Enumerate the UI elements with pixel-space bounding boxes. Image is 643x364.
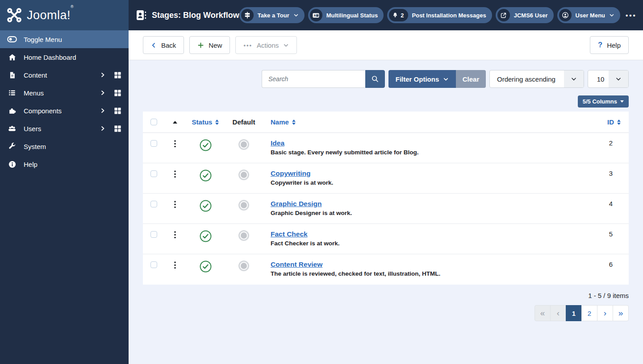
clear-button[interactable]: Clear [456, 70, 486, 88]
status-published-icon[interactable] [200, 261, 212, 273]
status-column-header[interactable]: Status [186, 118, 225, 126]
table-row: Fact Check Fact Checker is at work. 5 [143, 224, 629, 254]
row-checkbox[interactable] [150, 201, 157, 207]
grid-dashboard-icon[interactable] [114, 125, 121, 132]
stage-name-link[interactable]: Content Review [271, 260, 322, 269]
chevron-right-icon [100, 90, 105, 96]
actions-dots-icon: ••• [243, 42, 252, 49]
stage-description: Graphic Designer is at work. [271, 210, 584, 217]
status-published-icon[interactable] [200, 139, 212, 151]
post-installation-messages-button[interactable]: 2 Post Installation Messages [387, 7, 492, 23]
stage-name-link[interactable]: Fact Check [271, 230, 308, 238]
pagination-next-button[interactable]: › [597, 305, 613, 321]
search-icon [371, 75, 379, 83]
items-per-page-select[interactable]: 10 [588, 70, 629, 88]
pagination-last-button[interactable]: » [613, 305, 629, 321]
sidebar-item-system[interactable]: System [0, 137, 129, 155]
table-row: Idea Basic stage. Every newly submitted … [143, 133, 629, 163]
default-radio[interactable] [238, 230, 249, 241]
pagination: « ‹ 1 2 › » [143, 305, 629, 321]
new-button[interactable]: New [189, 36, 230, 54]
search-button[interactable] [365, 70, 385, 88]
pagination-page-2[interactable]: 2 [581, 305, 597, 321]
info-icon [7, 160, 17, 169]
columns-toggle-button[interactable]: 5/5 Columns [578, 95, 629, 108]
default-radio[interactable] [238, 200, 249, 211]
drag-handle-icon[interactable] [171, 139, 179, 150]
pagination-page-1[interactable]: 1 [566, 305, 582, 321]
stage-description: Copywriter is at work. [271, 179, 584, 186]
search-group [262, 70, 385, 88]
default-radio[interactable] [238, 170, 249, 180]
default-column-header: Default [225, 118, 263, 126]
row-checkbox[interactable] [150, 170, 157, 177]
status-published-icon[interactable] [200, 170, 212, 182]
actions-button[interactable]: ••• Actions [235, 36, 297, 54]
row-checkbox[interactable] [150, 231, 157, 238]
chevron-down-icon [293, 12, 299, 18]
grid-dashboard-icon[interactable] [114, 89, 121, 97]
status-published-icon[interactable] [200, 230, 212, 242]
users-icon [7, 124, 17, 133]
sidebar-item-content[interactable]: Content [0, 66, 129, 84]
sidebar-item-components[interactable]: Components [0, 102, 129, 120]
name-column-header[interactable]: Name [263, 118, 584, 126]
default-radio[interactable] [238, 261, 249, 271]
chevron-left-icon [151, 42, 157, 49]
select-all-checkbox[interactable] [150, 119, 157, 125]
toggle-menu-button[interactable]: Toggle Menu [0, 30, 129, 48]
drag-handle-icon[interactable] [171, 261, 179, 272]
user-menu-button[interactable]: User Menu [557, 7, 620, 23]
status-published-icon[interactable] [200, 200, 212, 212]
default-radio[interactable] [238, 139, 249, 150]
drag-handle-icon[interactable] [171, 230, 179, 241]
joomla-logo[interactable]: Joomla!® [0, 0, 129, 30]
site-preview-button[interactable]: JCMS6 User [496, 7, 554, 23]
filter-bar: Filter Options Clear Ordering ascending … [143, 70, 629, 88]
row-checkbox[interactable] [150, 140, 157, 147]
back-button[interactable]: Back [143, 36, 184, 54]
stage-id: 4 [584, 194, 629, 207]
content-area: Filter Options Clear Ordering ascending … [129, 60, 643, 364]
sidebar-item-help[interactable]: Help [0, 155, 129, 173]
chevron-down-icon [283, 42, 289, 48]
stage-name-link[interactable]: Graphic Design [271, 199, 322, 208]
grid-dashboard-icon[interactable] [114, 71, 121, 79]
wrench-icon [7, 142, 17, 150]
chevron-right-icon [100, 72, 105, 78]
multilingual-status-button[interactable]: A Multilingual Status [308, 7, 384, 23]
page-title: Stages: Blog Workflow [152, 11, 239, 20]
bell-icon [392, 12, 398, 18]
ordering-select[interactable]: Ordering ascending [489, 70, 584, 88]
drag-handle-icon[interactable] [171, 170, 179, 181]
sidebar-item-home-dashboard[interactable]: Home Dashboard [0, 48, 129, 66]
stage-name-link[interactable]: Idea [271, 139, 284, 147]
stage-name-link[interactable]: Copywriting [271, 169, 311, 178]
sidebar-item-users[interactable]: Users [0, 120, 129, 137]
sidebar-item-menus[interactable]: Menus [0, 84, 129, 102]
stage-description: The article is reviewed, checked for tex… [271, 270, 584, 277]
grid-dashboard-icon[interactable] [114, 107, 121, 115]
stage-description: Fact Checker is at work. [271, 240, 584, 247]
search-input[interactable] [262, 70, 365, 88]
table-body: Idea Basic stage. Every newly submitted … [143, 133, 629, 285]
external-link-icon [497, 9, 510, 21]
chevron-right-icon [100, 108, 105, 114]
sort-icon [292, 120, 296, 125]
row-checkbox[interactable] [150, 261, 157, 268]
stage-id: 6 [584, 254, 629, 268]
take-a-tour-button[interactable]: Take a Tour [239, 7, 305, 23]
help-button[interactable]: ? Help [590, 36, 629, 54]
filter-options-button[interactable]: Filter Options [388, 70, 456, 88]
id-column-header[interactable]: ID [584, 118, 629, 126]
stage-id: 2 [584, 133, 629, 147]
puzzle-icon [7, 107, 17, 115]
overflow-menu-icon[interactable]: ••• [624, 12, 640, 19]
drag-handle-icon[interactable] [171, 200, 179, 211]
toggle-icon [7, 36, 17, 43]
workflow-stage-icon [137, 9, 146, 21]
filter-clear-group: Filter Options Clear [388, 70, 486, 88]
header-actions: Take a Tour A Multilingual Status 2 Post… [239, 0, 643, 30]
pagination-prev-button: ‹ [550, 305, 566, 321]
ordering-sort-icon[interactable] [173, 121, 177, 124]
